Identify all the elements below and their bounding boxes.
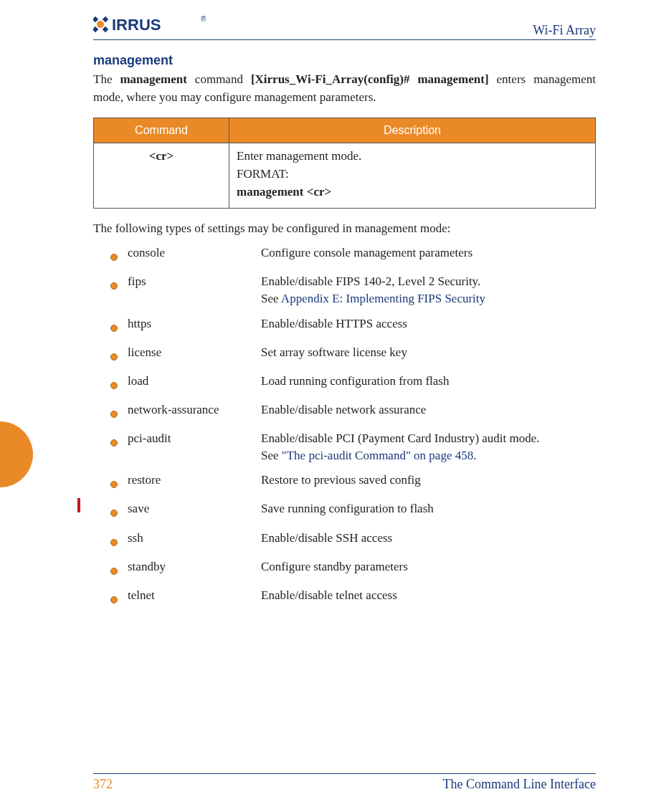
intro-text: command	[187, 72, 251, 86]
bullet-icon	[110, 534, 128, 551]
setting-name: pci-audit	[128, 430, 261, 447]
setting-desc: Enable/disable HTTPS access	[261, 315, 596, 333]
list-item: fips Enable/disable FIPS 140-2, Level 2 …	[110, 273, 596, 307]
page-body: IRRUS ® Wi-Fi Array management The manag…	[0, 0, 646, 812]
intro-text: The	[93, 72, 120, 86]
bullet-icon	[110, 406, 128, 423]
setting-name: https	[128, 315, 261, 333]
desc-format-value: management <cr>	[237, 185, 331, 199]
list-item: license Set array software license key	[110, 344, 596, 366]
svg-rect-2	[93, 27, 98, 32]
setting-desc: Configure standby parameters	[261, 558, 596, 575]
appendix-link[interactable]: Appendix E: Implementing FIPS Security	[281, 292, 485, 305]
setting-desc: Enable/disable SSH access	[261, 530, 596, 547]
list-item: pci-audit Enable/disable PCI (Payment Ca…	[110, 430, 596, 464]
setting-name: console	[128, 244, 261, 262]
xirrus-logo: IRRUS ®	[93, 14, 208, 38]
svg-rect-1	[93, 16, 98, 22]
intro-command-name: management	[120, 72, 186, 86]
svg-text:®: ®	[201, 15, 206, 23]
setting-name: ssh	[128, 530, 261, 547]
desc-format-label: FORMAT:	[237, 167, 289, 181]
setting-desc: Load running configuration from flash	[261, 373, 596, 390]
svg-rect-4	[103, 27, 108, 32]
desc-line: Enter management mode.	[237, 149, 361, 163]
setting-name: restore	[128, 472, 261, 489]
product-title: Wi-Fi Array	[533, 23, 596, 38]
setting-desc-text: Enable/disable FIPS 140-2, Level 2 Secur…	[261, 274, 480, 288]
section-heading: management	[93, 53, 596, 68]
svg-rect-3	[103, 16, 108, 22]
setting-desc: Set array software license key	[261, 344, 596, 361]
setting-name: standby	[128, 558, 261, 575]
list-item: telnet Enable/disable telnet access	[110, 587, 596, 608]
bullet-icon	[110, 249, 128, 266]
page-ref-link[interactable]: "The pci-audit Command" on page 458	[282, 449, 473, 462]
setting-desc: Enable/disable FIPS 140-2, Level 2 Secur…	[261, 273, 596, 307]
setting-name: license	[128, 344, 261, 361]
table-row: <cr> Enter management mode. FORMAT: mana…	[94, 143, 596, 209]
footer-section-title: The Command Line Interface	[443, 777, 596, 792]
table-command-cell: <cr>	[94, 143, 229, 209]
table-header-description: Description	[229, 118, 596, 143]
svg-point-0	[97, 21, 104, 28]
setting-name: load	[128, 373, 261, 390]
setting-desc: Enable/disable PCI (Payment Card Industr…	[261, 430, 596, 464]
setting-desc-text: Enable/disable PCI (Payment Card Industr…	[261, 431, 540, 445]
list-item: console Configure console management par…	[110, 244, 596, 266]
list-item: https Enable/disable HTTPS access	[110, 315, 596, 337]
svg-text:IRRUS: IRRUS	[112, 16, 161, 34]
list-item: standby Configure standby parameters	[110, 558, 596, 580]
bullet-icon	[110, 591, 128, 608]
see-prefix: See	[261, 449, 282, 462]
setting-desc: Restore to previous saved config	[261, 472, 596, 489]
list-item: save Save running configuration to flash	[110, 500, 596, 522]
setting-name: fips	[128, 273, 261, 290]
setting-desc: Save running configuration to flash	[261, 500, 596, 517]
setting-name: save	[128, 500, 261, 517]
list-item: load Load running configuration from fla…	[110, 373, 596, 394]
page-footer: 372 The Command Line Interface	[93, 773, 596, 792]
command-table: Command Description <cr> Enter managemen…	[93, 118, 596, 209]
see-suffix: .	[473, 449, 476, 462]
bullet-icon	[110, 563, 128, 580]
list-item: restore Restore to previous saved config	[110, 472, 596, 493]
intro-paragraph: The management command [Xirrus_Wi-Fi_Arr…	[93, 71, 596, 106]
list-item: ssh Enable/disable SSH access	[110, 530, 596, 551]
page-number: 372	[93, 777, 113, 792]
settings-list: console Configure console management par…	[93, 244, 596, 608]
setting-desc: Configure console management parameters	[261, 244, 596, 262]
setting-name: telnet	[128, 587, 261, 604]
table-description-cell: Enter management mode. FORMAT: managemen…	[229, 143, 596, 209]
bullet-icon	[110, 505, 128, 522]
followup-text: The following types of settings may be c…	[93, 221, 596, 236]
bullet-icon	[110, 277, 128, 295]
bullet-icon	[110, 348, 128, 366]
bullet-icon	[110, 476, 128, 493]
bullet-icon	[110, 377, 128, 394]
table-header-command: Command	[94, 118, 229, 143]
list-item: network-assurance Enable/disable network…	[110, 401, 596, 423]
setting-desc: Enable/disable network assurance	[261, 401, 596, 419]
bullet-icon	[110, 434, 128, 452]
bullet-icon	[110, 320, 128, 337]
intro-prompt: [Xirrus_Wi-Fi_Array(config)# management]	[251, 72, 489, 86]
setting-desc: Enable/disable telnet access	[261, 587, 596, 604]
see-prefix: See	[261, 292, 281, 305]
page-header: IRRUS ® Wi-Fi Array	[93, 14, 596, 40]
setting-name: network-assurance	[128, 401, 261, 419]
